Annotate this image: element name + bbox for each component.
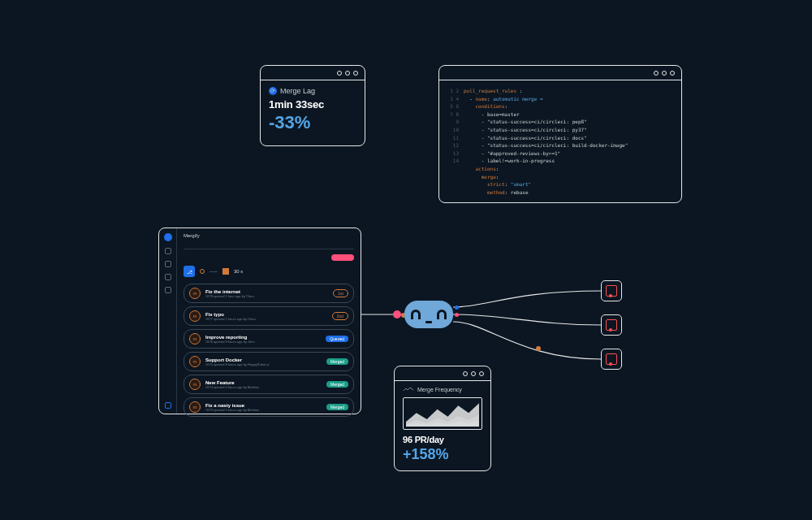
status-eta: 30 s <box>234 269 243 274</box>
merge-freq-title: Merge Frequency <box>417 387 462 392</box>
status-dot-icon <box>200 269 205 274</box>
avatar-icon: m <box>189 401 201 413</box>
target-server-3 <box>601 349 622 370</box>
queue-item-badge: Merged <box>326 358 348 365</box>
avatar-icon: m <box>189 333 201 344</box>
brand-name: Mergify <box>184 233 354 238</box>
sidebar-icon[interactable] <box>165 261 171 267</box>
queue-item[interactable]: mFix the internet#678 opened 1 hour ago … <box>184 284 354 303</box>
queue-item[interactable]: mImprove reporting#676 opened 3 hours ag… <box>184 329 354 349</box>
target-server-2 <box>601 314 622 336</box>
queue-item-badge: Merged <box>326 381 348 388</box>
node-orange-r3 <box>536 346 541 351</box>
avatar-icon: m <box>189 310 201 322</box>
window-controls <box>395 366 490 381</box>
merge-frequency-panel: Merge Frequency 96 PR/day +158% <box>394 366 491 471</box>
window-controls <box>439 66 681 80</box>
action-pill[interactable] <box>331 254 354 261</box>
merge-queue-panel: Mergify ⎇ 30 s mFix the internet#678 ope… <box>158 228 361 414</box>
avatar-icon: m <box>189 356 201 367</box>
tab-strip[interactable] <box>184 243 354 249</box>
queue-item-badge: Merged <box>326 404 348 410</box>
merge-lag-delta: -33% <box>269 112 356 133</box>
sidebar-icon[interactable] <box>165 274 171 280</box>
queue-item-sub: #673 opened 5 hours ago by Mathieu <box>205 408 322 412</box>
sidebar-icon[interactable] <box>165 248 171 254</box>
queue-item-badge: Queued <box>326 336 348 342</box>
queue-item[interactable]: mFix typo#677 opened 2 hours ago by Clar… <box>184 306 354 326</box>
avatar-icon: m <box>189 288 201 299</box>
window-controls <box>261 66 365 80</box>
queue-item[interactable]: mFix a nasty issue#673 opened 5 hours ag… <box>184 397 354 417</box>
queue-item-badge: 1st <box>333 289 348 297</box>
queue-item-sub: #674 opened 4 hours ago by Mathieu <box>205 385 322 389</box>
merge-lag-value: 1min 33sec <box>269 98 356 110</box>
mergify-bot-icon <box>404 301 453 328</box>
target-server-1 <box>601 280 622 301</box>
merge-freq-value: 96 PR/day <box>403 435 482 444</box>
queue-item-sub: #675 opened 3 hours ago by HappyRobot.ai <box>205 362 322 366</box>
node-blue-r1 <box>455 306 459 310</box>
queue-item-sub: #677 opened 2 hours ago by Clara <box>205 317 327 321</box>
yaml-code: pull_request_rules : - name: automatic m… <box>464 87 628 196</box>
status-row: ⎇ 30 s <box>184 266 354 277</box>
yaml-config-panel: 1 2 3 4 5 6 7 8 9 10 11 12 13 14 pull_re… <box>438 65 682 203</box>
queue-item[interactable]: mSupport Docker#675 opened 3 hours ago b… <box>184 352 354 371</box>
avatar-icon: m <box>189 379 201 390</box>
sidebar-icon-active[interactable] <box>165 402 171 409</box>
sparkline-icon <box>403 386 414 392</box>
sidebar-icon[interactable] <box>165 287 171 293</box>
node-pink-r2 <box>455 313 459 317</box>
node-pink <box>393 310 401 318</box>
queue-item-sub: #678 opened 1 hour ago by Clara <box>205 294 328 298</box>
merge-freq-chart <box>403 397 482 430</box>
queue-item[interactable]: mNew Feature#674 opened 4 hours ago by M… <box>184 375 354 394</box>
merge-lag-title: Merge Lag <box>280 87 315 95</box>
flag-icon <box>222 268 229 275</box>
queue-item-sub: #676 opened 3 hours ago by John <box>205 340 321 344</box>
gauge-icon: ⟳ <box>269 87 277 95</box>
sidebar <box>159 228 177 414</box>
status-chip-icon: ⎇ <box>184 266 195 277</box>
queue-item-badge: 2nd <box>332 312 348 320</box>
merge-lag-panel: ⟳ Merge Lag 1min 33sec -33% <box>260 65 365 146</box>
mergify-logo-icon <box>164 233 172 241</box>
merge-freq-delta: +158% <box>403 446 482 463</box>
